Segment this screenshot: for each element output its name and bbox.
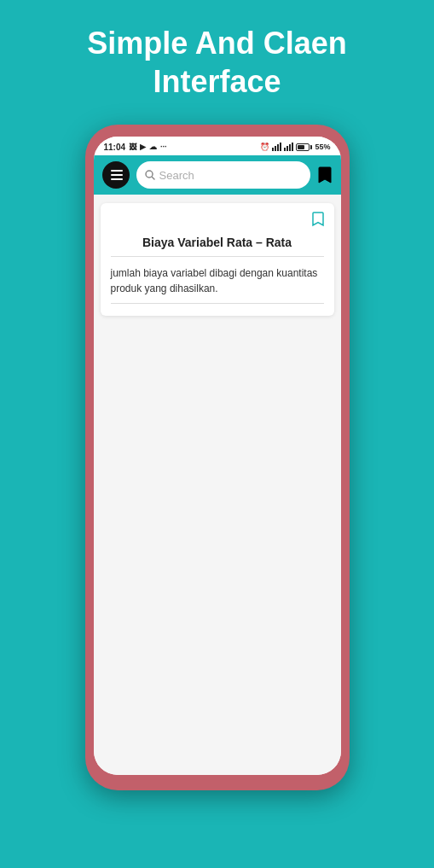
status-bar: 11:04 🖼 ▶ ☁ ··· ⏰ — [94, 137, 341, 155]
svg-point-0 — [146, 171, 153, 178]
phone-frame: 11:04 🖼 ▶ ☁ ··· ⏰ — [85, 125, 350, 790]
svg-line-1 — [152, 178, 154, 180]
search-icon — [145, 170, 155, 180]
status-photo-icon: 🖼 — [129, 143, 136, 151]
bookmark-icon[interactable] — [317, 166, 333, 184]
headline-line2: Interface — [153, 64, 281, 99]
signal-bars-2 — [284, 143, 293, 151]
status-right: ⏰ 55% — [260, 143, 330, 151]
battery-percent: 55% — [315, 143, 330, 151]
status-play-icon: ▶ — [140, 143, 146, 151]
signal-bars-1 — [272, 143, 281, 151]
headline: Simple And Claen Interface — [61, 24, 373, 101]
headline-line1: Simple And Claen — [87, 26, 347, 61]
battery-icon — [296, 143, 312, 151]
avatar — [102, 161, 130, 189]
status-left: 11:04 🖼 ▶ ☁ ··· — [104, 143, 167, 152]
card-description: jumlah biaya variabel dibagi dengan kuan… — [111, 265, 324, 304]
card-bookmark-icon[interactable] — [312, 212, 324, 230]
status-more-icon: ··· — [160, 143, 167, 151]
card-header — [111, 212, 324, 230]
hamburger-icon[interactable] — [111, 170, 123, 180]
search-placeholder: Search — [159, 169, 302, 182]
alarm-icon: ⏰ — [260, 143, 269, 151]
status-time: 11:04 — [104, 143, 126, 152]
search-bar[interactable]: Search — [136, 161, 310, 189]
phone-screen: 11:04 🖼 ▶ ☁ ··· ⏰ — [94, 137, 341, 775]
status-cloud-icon: ☁ — [149, 143, 157, 151]
card: Biaya Variabel Rata – Rata jumlah biaya … — [101, 203, 334, 316]
app-bar: Search — [94, 155, 341, 195]
content-area: Biaya Variabel Rata – Rata jumlah biaya … — [94, 195, 341, 775]
card-title: Biaya Variabel Rata – Rata — [111, 236, 324, 257]
